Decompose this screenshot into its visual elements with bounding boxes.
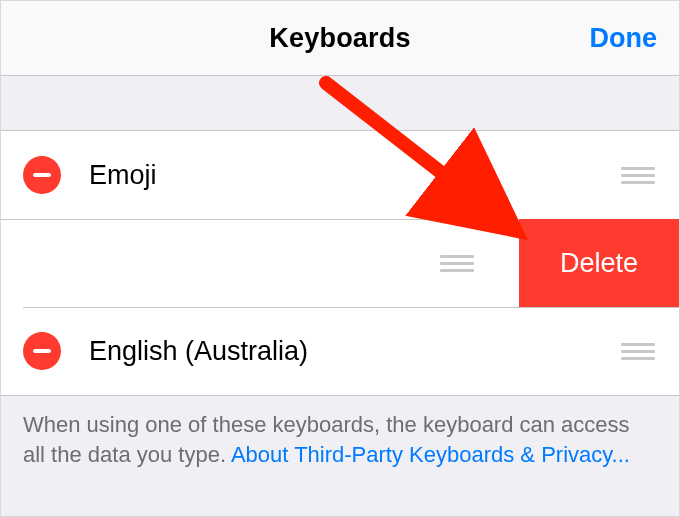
done-button[interactable]: Done — [590, 23, 658, 54]
keyboard-list: Emoji oard tiple languages Delete Englis… — [1, 130, 679, 396]
keyboard-row-emoji[interactable]: Emoji — [1, 131, 679, 219]
row-text: Emoji — [89, 159, 621, 191]
drag-handle-icon[interactable] — [621, 343, 679, 360]
delete-button[interactable]: Delete — [519, 219, 679, 307]
remove-icon[interactable] — [23, 332, 61, 370]
keyboard-row-gboard[interactable]: oard tiple languages Delete — [1, 219, 679, 307]
group-spacer — [1, 76, 679, 130]
keyboard-row-english-au[interactable]: English (Australia) — [1, 307, 679, 395]
footer-note: When using one of these keyboards, the k… — [1, 396, 679, 469]
row-subtitle: tiple languages — [0, 268, 440, 292]
row-title: English (Australia) — [89, 335, 621, 367]
row-text: English (Australia) — [89, 335, 621, 367]
remove-icon[interactable] — [23, 156, 61, 194]
navbar: Keyboards Done — [1, 1, 679, 76]
privacy-link[interactable]: About Third-Party Keyboards & Privacy... — [231, 442, 630, 467]
drag-handle-icon[interactable] — [440, 255, 514, 272]
page-title: Keyboards — [269, 23, 410, 54]
row-text: oard tiple languages — [0, 234, 440, 292]
row-title: Emoji — [89, 159, 621, 191]
drag-handle-icon[interactable] — [621, 167, 679, 184]
row-title: oard — [0, 234, 440, 266]
